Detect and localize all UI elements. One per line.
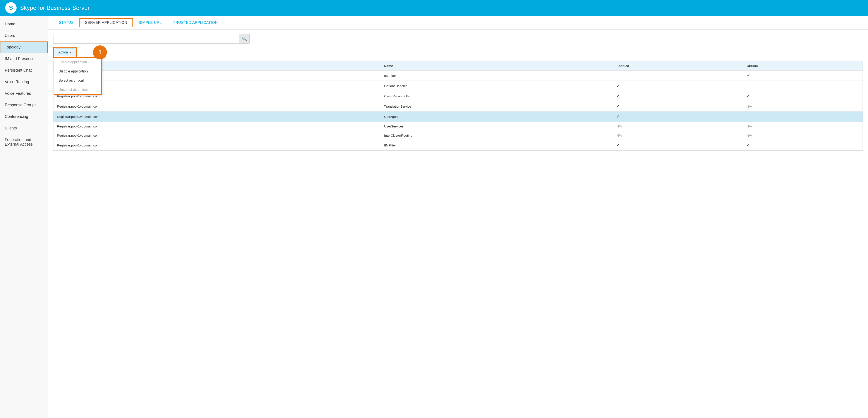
checkmark-enabled: ✓ bbox=[616, 104, 620, 109]
cell-name: InterClusterRouting bbox=[381, 131, 613, 140]
cell-name: OptionsHandler bbox=[381, 81, 613, 91]
tab-status[interactable]: STATUS bbox=[53, 18, 80, 27]
search-icon: 🔍 bbox=[242, 36, 247, 41]
sidebar-item-conferencing[interactable]: Conferencing bbox=[0, 111, 48, 122]
cell-identity: ssproxy.vdoma... bbox=[54, 81, 381, 91]
action-arrow: ▼ bbox=[69, 51, 72, 54]
sidebar-item-federation-and-external-access[interactable]: Federation and External Access bbox=[0, 134, 48, 150]
dropdown-item-0: Enable application bbox=[54, 58, 101, 67]
cell-identity: Registrar:pool0.vdomain.com bbox=[54, 112, 381, 122]
logo-text: S bbox=[9, 4, 13, 11]
cell-critical: N/A bbox=[743, 131, 863, 140]
cell-critical: N/A bbox=[743, 122, 863, 131]
cell-identity: Registrar:pool0.vdomain.com bbox=[54, 140, 381, 150]
tab-server-application[interactable]: SERVER APPLICATION bbox=[80, 18, 133, 27]
app-title: Skype for Business Server bbox=[20, 5, 90, 11]
cell-enabled: ✓ bbox=[613, 91, 743, 101]
applications-table: Identity ▲NameEnabledCritical ssproxy.vd… bbox=[53, 61, 863, 151]
table-row[interactable]: ssproxy.vdoma...OptionsHandler✓ bbox=[54, 81, 863, 91]
checkmark-critical: ✓ bbox=[747, 143, 750, 147]
table-row[interactable]: Registrar:pool0.vdomain.comUserServicesN… bbox=[54, 122, 863, 131]
table-body: ssproxy.vdoma...IIMFilter✓ssproxy.vdoma.… bbox=[54, 70, 863, 150]
app-logo: S bbox=[5, 2, 17, 13]
col-header-name: Name bbox=[381, 61, 613, 70]
action-section: Action ▼ Enable applicationDisable appli… bbox=[53, 47, 77, 58]
cell-identity: ssproxy.vdoma... bbox=[54, 70, 381, 81]
table-row[interactable]: Registrar:pool0.vdomain.comClientVersion… bbox=[54, 91, 863, 101]
step-badge: 1 bbox=[93, 46, 107, 59]
checkmark-enabled: ✓ bbox=[616, 94, 620, 98]
cell-enabled: ✓ bbox=[613, 112, 743, 122]
cell-name: UdcAgent bbox=[381, 112, 613, 122]
cell-identity: Registrar:pool0.vdomain.com bbox=[54, 131, 381, 140]
cell-name: ClientVersionFilter bbox=[381, 91, 613, 101]
table-row[interactable]: Registrar:pool0.vdomain.comInterClusterR… bbox=[54, 131, 863, 140]
action-button[interactable]: Action ▼ bbox=[55, 49, 75, 56]
col-header-critical: Critical bbox=[743, 61, 863, 70]
checkmark-enabled: ✓ bbox=[616, 114, 620, 119]
table-row[interactable]: Registrar:pool0.vdomain.comIIMFilter✓✓ bbox=[54, 140, 863, 150]
sidebar-item-clients[interactable]: Clients bbox=[0, 122, 48, 134]
checkmark-critical: ✓ bbox=[747, 73, 750, 78]
cell-critical: ✓ bbox=[743, 140, 863, 150]
search-button[interactable]: 🔍 bbox=[239, 34, 249, 43]
sidebar-item-persistent-chat[interactable]: Persistent Chat bbox=[0, 65, 48, 76]
main-layout: HomeUsersTopologyIM and PresencePersiste… bbox=[0, 16, 868, 418]
tabs-bar: STATUSSERVER APPLICATIONSIMPLE URLTRUSTE… bbox=[48, 16, 868, 30]
badge-number: 1 bbox=[98, 49, 102, 56]
cell-identity: Registrar:pool0.vdomain.com bbox=[54, 101, 381, 112]
checkmark-enabled: ✓ bbox=[616, 143, 620, 147]
search-bar: 🔍 bbox=[53, 34, 250, 44]
cell-critical: ✓ bbox=[743, 70, 863, 81]
cell-name: IIMFilter bbox=[381, 140, 613, 150]
cell-enabled: ✓ bbox=[613, 101, 743, 112]
sidebar-item-response-groups[interactable]: Response Groups bbox=[0, 99, 48, 111]
checkmark-enabled: ✓ bbox=[616, 84, 620, 88]
cell-critical bbox=[743, 112, 863, 122]
cell-name: TranslationService bbox=[381, 101, 613, 112]
dropdown-item-3: Unselect as critical bbox=[54, 85, 101, 94]
dropdown-item-2[interactable]: Select as critical bbox=[54, 76, 101, 85]
cell-identity: Registrar:pool0.vdomain.com bbox=[54, 122, 381, 131]
table-row[interactable]: Registrar:pool0.vdomain.comTranslationSe… bbox=[54, 101, 863, 112]
action-label: Action bbox=[58, 51, 68, 54]
sidebar-item-im-and-presence[interactable]: IM and Presence bbox=[0, 53, 48, 65]
content-area: 🔍 Action ▼ Enable applicationDisable app… bbox=[48, 30, 868, 155]
tab-trusted-application[interactable]: TRUSTED APPLICATION bbox=[167, 18, 223, 27]
cell-critical: ✓ bbox=[743, 91, 863, 101]
cell-critical: N/A bbox=[743, 101, 863, 112]
cell-name: UserServices bbox=[381, 122, 613, 131]
main-content: STATUSSERVER APPLICATIONSIMPLE URLTRUSTE… bbox=[48, 16, 868, 418]
table-row[interactable]: Registrar:pool0.vdomain.comUdcAgent✓ bbox=[54, 112, 863, 122]
sidebar-item-voice-features[interactable]: Voice Features bbox=[0, 88, 48, 99]
sidebar-item-topology[interactable]: Topology bbox=[0, 41, 48, 53]
action-row: Action ▼ bbox=[55, 49, 75, 56]
sidebar: HomeUsersTopologyIM and PresencePersiste… bbox=[0, 16, 48, 418]
table-row[interactable]: ssproxy.vdoma...IIMFilter✓ bbox=[54, 70, 863, 81]
col-header-identity[interactable]: Identity ▲ bbox=[54, 61, 381, 70]
sidebar-item-voice-routing[interactable]: Voice Routing bbox=[0, 76, 48, 88]
cell-enabled: N/A bbox=[613, 122, 743, 131]
checkmark-critical: ✓ bbox=[747, 94, 750, 98]
cell-enabled: N/A bbox=[613, 131, 743, 140]
table-header-row: Identity ▲NameEnabledCritical bbox=[54, 61, 863, 70]
tab-simple-url[interactable]: SIMPLE URL bbox=[133, 18, 167, 27]
col-header-enabled: Enabled bbox=[613, 61, 743, 70]
app-header: S Skype for Business Server bbox=[0, 0, 868, 16]
cell-identity: Registrar:pool0.vdomain.com bbox=[54, 91, 381, 101]
cell-name: IIMFilter bbox=[381, 70, 613, 81]
search-input[interactable] bbox=[54, 34, 239, 43]
action-dropdown: Enable applicationDisable applicationSel… bbox=[54, 57, 102, 95]
cell-enabled bbox=[613, 70, 743, 81]
sidebar-item-users[interactable]: Users bbox=[0, 30, 48, 41]
sidebar-item-home[interactable]: Home bbox=[0, 18, 48, 30]
cell-enabled: ✓ bbox=[613, 81, 743, 91]
cell-critical bbox=[743, 81, 863, 91]
cell-enabled: ✓ bbox=[613, 140, 743, 150]
dropdown-item-1[interactable]: Disable application bbox=[54, 67, 101, 76]
